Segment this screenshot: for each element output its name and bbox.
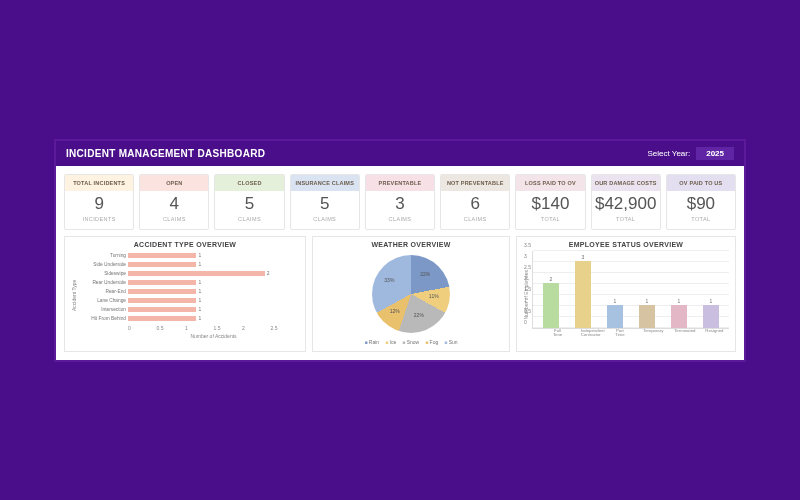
kpi-label: PREVENTABLE: [366, 175, 434, 191]
bar: [128, 271, 265, 276]
bar: [703, 305, 719, 327]
kpi-card: TOTAL INCIDENTS 9 INCIDENTS: [64, 174, 134, 230]
kpi-label: NOT PREVENTABLE: [441, 175, 509, 191]
legend-item: Ice: [385, 339, 396, 345]
bar: [128, 298, 196, 303]
kpi-value: 9: [65, 191, 133, 214]
kpi-value: $90: [667, 191, 735, 214]
bar-datalabel: 1: [614, 298, 617, 304]
y-tick: 3: [524, 253, 527, 259]
kpi-card: CLOSED 5 CLAIMS: [214, 174, 284, 230]
pie-slice-label: 22%: [420, 271, 430, 277]
kpi-sublabel: TOTAL: [667, 214, 735, 229]
bar: [575, 261, 591, 328]
accident-type-chart: ACCIDENT TYPE OVERVIEW Accident Type Tur…: [64, 236, 306, 352]
kpi-card: OUR DAMAGE COSTS $42,900 TOTAL: [591, 174, 661, 230]
header-bar: INCIDENT MANAGEMENT DASHBOARD Select Yea…: [56, 141, 744, 166]
chart-title: WEATHER OVERVIEW: [319, 241, 503, 248]
bar: [128, 316, 196, 321]
kpi-value: 3: [366, 191, 434, 214]
year-selector[interactable]: Select Year: 2025: [648, 147, 735, 160]
y-tick: 3.5: [524, 242, 531, 248]
y-tick: 1: [524, 297, 527, 303]
bar: [607, 305, 623, 327]
bar-datalabel: 1: [198, 315, 201, 321]
bar-category: Temporary: [643, 329, 659, 338]
bar-category: Resigned: [705, 329, 721, 338]
kpi-label: CLOSED: [215, 175, 283, 191]
pie-legend: RainIceSnowFogSun: [364, 339, 457, 345]
y-axis-label: Accident Type: [71, 251, 77, 339]
kpi-card: INSURANCE CLAIMS 5 CLAIMS: [290, 174, 360, 230]
bar-datalabel: 3: [582, 254, 585, 260]
kpi-card: PREVENTABLE 3 CLAIMS: [365, 174, 435, 230]
kpi-value: 6: [441, 191, 509, 214]
bar: [128, 280, 196, 285]
kpi-label: LOSS PAID TO OV: [516, 175, 584, 191]
kpi-sublabel: CLAIMS: [441, 214, 509, 229]
bar-datalabel: 1: [710, 298, 713, 304]
bar-datalabel: 1: [198, 306, 201, 312]
bar: [128, 262, 196, 267]
kpi-label: OPEN: [140, 175, 208, 191]
bar-category: Sideswipe: [80, 271, 126, 276]
kpi-value: 4: [140, 191, 208, 214]
legend-item: Sun: [444, 339, 457, 345]
kpi-value: $140: [516, 191, 584, 214]
bar-category: Hit From Behind: [80, 316, 126, 321]
kpi-sublabel: CLAIMS: [291, 214, 359, 229]
chart-title: EMPLOYEE STATUS OVERVIEW: [523, 241, 729, 248]
y-tick: 2: [524, 275, 527, 281]
kpi-card: OPEN 4 CLAIMS: [139, 174, 209, 230]
bar-category: Independent Contractor: [581, 329, 597, 338]
bar: [639, 305, 655, 327]
bar-datalabel: 1: [646, 298, 649, 304]
pie-slice-label: 12%: [390, 308, 400, 314]
kpi-sublabel: CLAIMS: [215, 214, 283, 229]
kpi-label: INSURANCE CLAIMS: [291, 175, 359, 191]
bar-category: Lane Change: [80, 298, 126, 303]
bar: [543, 283, 559, 328]
dashboard-panel: INCIDENT MANAGEMENT DASHBOARD Select Yea…: [54, 139, 746, 362]
year-value[interactable]: 2025: [696, 147, 734, 160]
y-tick: 1.5: [524, 286, 531, 292]
y-tick: 0: [524, 319, 527, 325]
bar-category: Rear-End: [80, 289, 126, 294]
bar: [671, 305, 687, 327]
bar-datalabel: 1: [198, 252, 201, 258]
bar-datalabel: 2: [550, 276, 553, 282]
page-title: INCIDENT MANAGEMENT DASHBOARD: [66, 148, 265, 159]
pie-slice-label: 33%: [384, 277, 394, 283]
bar-category: Terminated: [674, 329, 690, 338]
kpi-sublabel: CLAIMS: [366, 214, 434, 229]
legend-item: Fog: [425, 339, 438, 345]
legend-item: Snow: [402, 339, 419, 345]
bar-datalabel: 1: [678, 298, 681, 304]
pie-chart: 22%11%22%12%33%: [372, 255, 450, 333]
chart-title: ACCIDENT TYPE OVERVIEW: [71, 241, 299, 248]
x-tick: 0: [128, 325, 157, 331]
kpi-value: 5: [291, 191, 359, 214]
x-tick: 2: [242, 325, 271, 331]
x-tick: 2.5: [271, 325, 300, 331]
charts-row: ACCIDENT TYPE OVERVIEW Accident Type Tur…: [56, 236, 744, 360]
kpi-value: 5: [215, 191, 283, 214]
bar-category: Rear Underside: [80, 280, 126, 285]
kpi-card: OV PAID TO US $90 TOTAL: [666, 174, 736, 230]
kpi-label: OUR DAMAGE COSTS: [592, 175, 660, 191]
bar-category: Turning: [80, 253, 126, 258]
kpi-value: $42,900: [592, 191, 660, 214]
x-tick: 1.5: [214, 325, 243, 331]
kpi-label: TOTAL INCIDENTS: [65, 175, 133, 191]
x-tick: 1: [185, 325, 214, 331]
y-tick: 2.5: [524, 264, 531, 270]
bar-datalabel: 1: [198, 297, 201, 303]
pie-slice-label: 11%: [429, 293, 439, 299]
kpi-row: TOTAL INCIDENTS 9 INCIDENTSOPEN 4 CLAIMS…: [56, 166, 744, 236]
employee-status-chart: EMPLOYEE STATUS OVERVIEW Number of Emplo…: [516, 236, 736, 352]
bar-datalabel: 2: [267, 270, 270, 276]
kpi-sublabel: TOTAL: [592, 214, 660, 229]
x-axis-label: Number of Accidents: [128, 333, 299, 339]
bar: [128, 289, 196, 294]
bar: [128, 253, 196, 258]
